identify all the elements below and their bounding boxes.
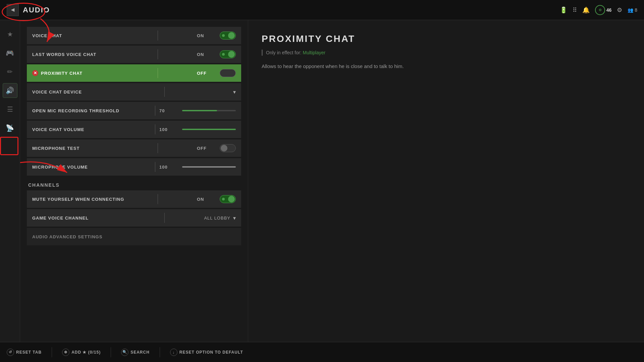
mic-test-control: OFF [162,144,236,152]
voice-chat-label: VOICE CHAT [32,33,154,38]
divider [158,143,158,153]
divider [158,194,158,204]
back-button[interactable]: ◄ [7,4,19,16]
divider [155,124,155,134]
audio-advanced-label: AUDIO ADVANCED SETTINGS [32,234,236,239]
toggle-indicator [222,34,225,37]
mic-test-label: MICROPHONE TEST [32,146,154,151]
mic-volume-control: 100 [159,165,236,170]
level-display: ⊙ 46 [595,5,612,15]
voice-chat-device-row[interactable]: VOICE CHAT DEVICE ▾ [27,83,241,101]
top-bar-right: 🔋 ⠿ 🔔 ⊙ 46 ⚙ 👥 8 [560,5,637,15]
mic-test-row[interactable]: MICROPHONE TEST OFF [27,139,241,157]
game-voice-channel-row[interactable]: GAME VOICE CHANNEL ALL LOBBY ▾ [27,209,241,227]
last-words-row[interactable]: LAST WORDS VOICE CHAT ON [27,46,241,63]
proximity-chat-control: OFF [162,69,236,77]
proximity-chat-row[interactable]: ✕ PROXIMITY CHAT OFF [27,64,241,82]
reset-option-icon: ↓ [170,349,177,356]
last-words-toggle[interactable] [220,50,236,58]
voice-chat-toggle[interactable] [220,32,236,40]
divider [164,87,165,97]
sidebar-item-network[interactable]: 📡 [3,121,17,135]
settings-panel: VOICE CHAT ON LAST WORDS VOICE CHAT ON [20,20,248,342]
mic-threshold-row[interactable]: OPEN MIC RECORDING THRESHOLD 70 [27,102,241,119]
audio-advanced-row[interactable]: AUDIO ADVANCED SETTINGS [27,228,241,245]
chevron-down-icon: ▾ [233,89,236,95]
sidebar: ★ 🎮 ✏ 🔊 ☰ 📡 [0,20,20,342]
mute-connecting-control: ON [162,195,236,203]
mic-threshold-slider-container [182,110,236,111]
level-number: 46 [606,7,612,13]
toggle-knob [221,145,227,152]
mute-connecting-toggle[interactable] [220,195,236,203]
top-bar-left: ◄ AUDIO [7,4,50,16]
toggle-knob [221,70,227,76]
toggle-knob [228,196,235,202]
sidebar-item-audio[interactable]: 🔊 [3,83,17,98]
x-icon: ✕ [32,70,38,76]
bottom-divider [111,347,111,357]
voice-chat-row[interactable]: VOICE CHAT ON [27,27,241,44]
toggle-indicator [222,53,225,56]
game-voice-channel-label: GAME VOICE CHANNEL [32,216,160,221]
reset-tab-button[interactable]: ↺ RESET TAB [7,349,42,356]
mic-volume-row[interactable]: MICROPHONE VOLUME 100 [27,158,241,176]
toggle-knob [228,32,235,39]
voice-chat-volume-slider[interactable] [182,129,236,130]
chevron-down-icon: ▾ [233,215,236,221]
mic-threshold-slider[interactable] [182,110,236,111]
sidebar-item-controller[interactable]: 🎮 [3,46,17,60]
subtitle-prefix: Only in effect for: [266,50,303,55]
mic-threshold-value: 70 [159,108,179,113]
friends-display[interactable]: 👥 8 [628,7,637,13]
star-icon: ★ [7,30,13,38]
mic-test-toggle[interactable] [220,144,236,152]
network-icon: 📡 [6,124,14,132]
friends-icon: 👥 [628,7,633,13]
info-description: Allows to hear the opponent when he is c… [262,62,631,70]
back-icon: ◄ [10,6,16,13]
mute-connecting-label: MUTE YOURSELF WHEN CONNECTING [32,197,154,202]
main-content: VOICE CHAT ON LAST WORDS VOICE CHAT ON [20,20,644,342]
divider [158,31,158,41]
mute-connecting-row[interactable]: MUTE YOURSELF WHEN CONNECTING ON [27,190,241,208]
sidebar-item-favorites[interactable]: ★ [3,27,17,42]
battery-icon: 🔋 [560,6,567,14]
add-favorite-icon: ⊕ [62,349,69,356]
slider-fill [182,166,236,168]
reset-option-label: RESET OPTION TO DEFAULT [179,350,243,355]
sidebar-item-list[interactable]: ☰ [3,102,17,117]
add-favorite-label: ADD ★ (0/15) [71,350,101,355]
info-subtitle-bar: Only in effect for: Multiplayer [262,50,631,56]
mic-volume-value: 100 [159,165,179,170]
reset-option-button[interactable]: ↓ RESET OPTION TO DEFAULT [170,349,243,356]
page-title: AUDIO [23,6,50,14]
edit-icon: ✏ [7,68,13,76]
grid-icon[interactable]: ⠿ [573,6,577,14]
info-panel: PROXIMITY CHAT Only in effect for: Multi… [248,20,644,342]
add-favorite-button[interactable]: ⊕ ADD ★ (0/15) [62,349,101,356]
search-label: SEARCH [130,350,150,355]
search-button[interactable]: 🔍 SEARCH [121,349,150,356]
voice-chat-volume-row[interactable]: VOICE CHAT VOLUME 100 [27,121,241,138]
list-icon: ☰ [7,105,13,113]
mic-volume-label: MICROPHONE VOLUME [32,165,151,170]
game-voice-channel-value: ALL LOBBY [204,216,230,221]
mic-threshold-label: OPEN MIC RECORDING THRESHOLD [32,108,151,113]
voice-chat-device-control[interactable]: ▾ [169,89,236,95]
mic-test-value: OFF [197,146,217,151]
notification-icon[interactable]: 🔔 [582,6,590,14]
divider [164,213,165,223]
bottom-bar: ↺ RESET TAB ⊕ ADD ★ (0/15) 🔍 SEARCH ↓ RE… [0,342,644,362]
slider-fill [182,110,217,111]
settings-icon[interactable]: ⚙ [617,6,622,14]
voice-chat-volume-slider-container [182,129,236,130]
game-voice-channel-control[interactable]: ALL LOBBY ▾ [169,215,236,221]
proximity-chat-value: OFF [197,71,217,76]
reset-tab-label: RESET TAB [16,350,42,355]
sidebar-item-edit[interactable]: ✏ [3,64,17,79]
voice-chat-volume-value: 100 [159,127,179,132]
proximity-chat-toggle[interactable] [220,69,236,77]
mic-volume-slider[interactable] [182,166,236,168]
last-words-value: ON [197,52,217,57]
